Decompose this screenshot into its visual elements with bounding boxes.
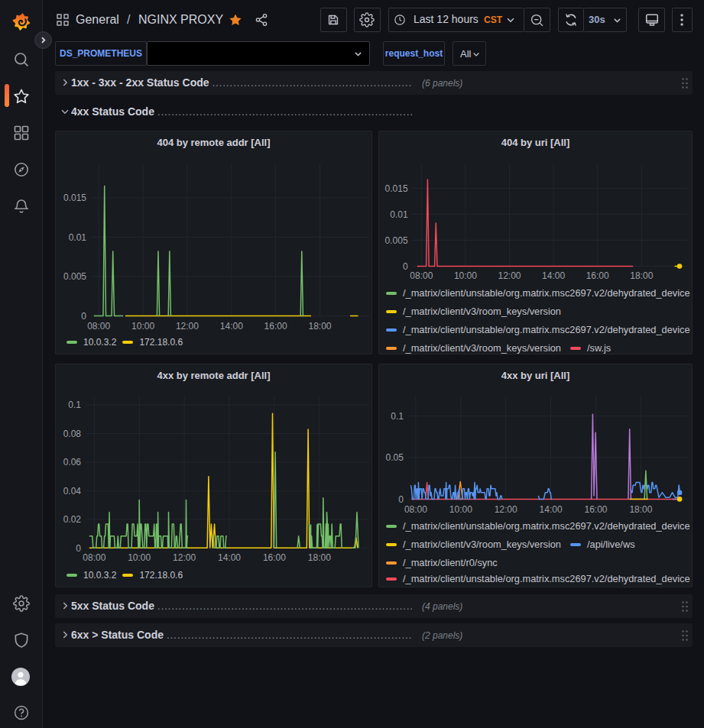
svg-text:08:00: 08:00 bbox=[410, 270, 433, 281]
svg-text:0.01: 0.01 bbox=[390, 209, 408, 220]
svg-text:0.06: 0.06 bbox=[63, 457, 82, 468]
svg-text:0.05: 0.05 bbox=[386, 452, 404, 463]
svg-text:12:00: 12:00 bbox=[173, 552, 196, 563]
svg-text:14:00: 14:00 bbox=[540, 504, 563, 515]
svg-text:16:00: 16:00 bbox=[264, 321, 287, 332]
svg-text:0: 0 bbox=[403, 261, 408, 272]
svg-text:12:00: 12:00 bbox=[498, 270, 521, 281]
svg-text:0: 0 bbox=[398, 494, 404, 505]
svg-text:16:00: 16:00 bbox=[263, 552, 286, 563]
svg-text:18:00: 18:00 bbox=[308, 321, 331, 332]
svg-text:0: 0 bbox=[81, 311, 86, 322]
svg-text:14:00: 14:00 bbox=[542, 270, 565, 281]
svg-text:0.005: 0.005 bbox=[385, 235, 408, 246]
svg-text:12:00: 12:00 bbox=[495, 504, 517, 515]
svg-text:10:00: 10:00 bbox=[131, 321, 154, 332]
svg-text:18:00: 18:00 bbox=[630, 270, 653, 281]
svg-text:0.08: 0.08 bbox=[63, 429, 82, 439]
svg-text:0: 0 bbox=[76, 543, 81, 554]
svg-text:12:00: 12:00 bbox=[176, 321, 199, 332]
svg-text:0.015: 0.015 bbox=[63, 193, 86, 203]
svg-text:10:00: 10:00 bbox=[128, 552, 151, 563]
svg-text:0.1: 0.1 bbox=[68, 400, 81, 410]
svg-text:10:00: 10:00 bbox=[454, 270, 477, 281]
svg-text:0.04: 0.04 bbox=[63, 486, 82, 497]
svg-text:08:00: 08:00 bbox=[83, 552, 105, 563]
svg-text:0.015: 0.015 bbox=[385, 183, 408, 194]
svg-text:08:00: 08:00 bbox=[87, 321, 110, 332]
svg-text:14:00: 14:00 bbox=[220, 321, 243, 332]
svg-text:0.005: 0.005 bbox=[63, 271, 86, 282]
svg-text:0.1: 0.1 bbox=[391, 411, 404, 422]
svg-text:0.02: 0.02 bbox=[63, 514, 82, 525]
svg-text:14:00: 14:00 bbox=[218, 552, 241, 563]
svg-text:10:00: 10:00 bbox=[449, 504, 472, 515]
svg-text:16:00: 16:00 bbox=[584, 504, 607, 515]
svg-text:08:00: 08:00 bbox=[404, 504, 427, 515]
svg-text:0.01: 0.01 bbox=[69, 232, 87, 243]
svg-text:18:00: 18:00 bbox=[308, 552, 331, 563]
svg-text:18:00: 18:00 bbox=[629, 504, 652, 515]
svg-text:16:00: 16:00 bbox=[586, 270, 609, 281]
